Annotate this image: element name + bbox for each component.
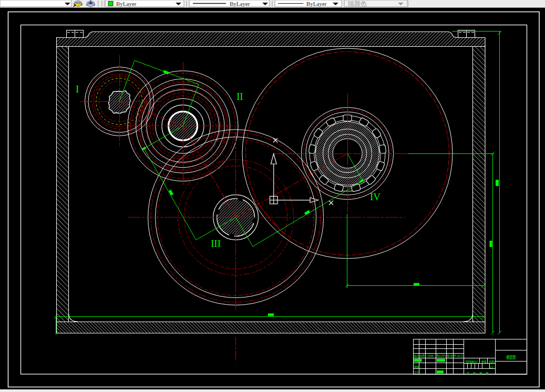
svg-text:分区: 分区 [427, 354, 434, 357]
svg-text:处数: 处数 [420, 354, 426, 358]
svg-text:重量: 重量 [481, 360, 487, 363]
svg-text:签名: 签名 [447, 354, 453, 358]
svg-text:IV: IV [370, 191, 381, 202]
svg-text:ByLayer: ByLayer [116, 1, 137, 7]
svg-text:年.月.日: 年.月.日 [454, 354, 463, 358]
svg-text:1:1: 1:1 [490, 366, 493, 369]
svg-text:更改文件号: 更改文件号 [436, 354, 446, 357]
svg-text:ByLayer: ByLayer [306, 1, 327, 7]
svg-text:张: 张 [473, 372, 476, 375]
svg-text:II: II [236, 91, 243, 102]
svg-text:随颜色: 随颜色 [348, 0, 367, 7]
svg-text:III: III [211, 238, 221, 249]
svg-text:第: 第 [479, 372, 482, 375]
svg-text:共: 共 [466, 372, 470, 375]
svg-text:侧面图: 侧面图 [506, 354, 516, 360]
svg-text:阶段标记: 阶段标记 [466, 360, 478, 364]
svg-text:标记: 标记 [414, 354, 419, 358]
svg-text:I: I [76, 84, 79, 95]
svg-text:张: 张 [486, 372, 489, 375]
svg-text:校核: 校核 [414, 365, 420, 368]
svg-text:ByLayer: ByLayer [230, 1, 250, 7]
svg-text:工艺: 工艺 [414, 371, 420, 374]
svg-text:比例: 比例 [489, 360, 495, 364]
